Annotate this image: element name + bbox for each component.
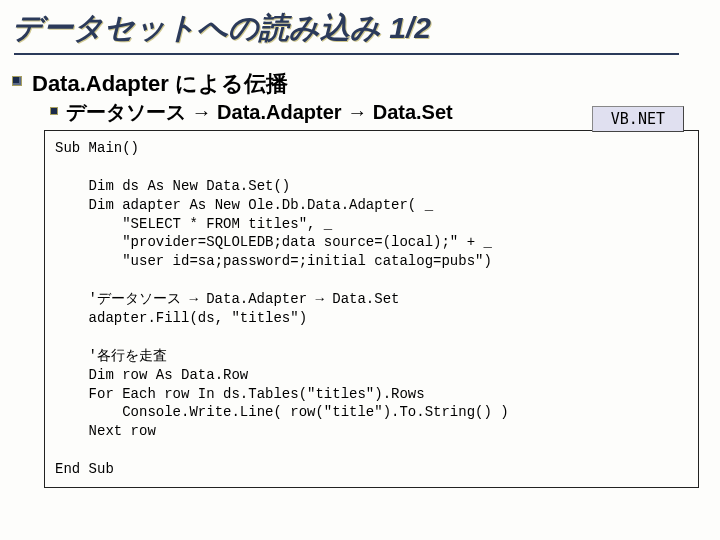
section-heading: Data.Adapter による伝播 — [32, 69, 288, 99]
slide-title: データセットへの読み込み 1/2 — [12, 8, 708, 49]
sub-heading: データソース → Data.Adapter → Data.Set — [66, 99, 453, 126]
bullet-icon — [12, 76, 22, 86]
code-block: Sub Main() Dim ds As New Data.Set() Dim … — [44, 130, 699, 488]
bullet-small-icon — [50, 107, 58, 115]
language-badge: VB.NET — [592, 106, 684, 132]
title-divider — [14, 53, 679, 55]
section-row: Data.Adapter による伝播 — [12, 69, 708, 99]
code-wrapper: VB.NET Sub Main() Dim ds As New Data.Set… — [44, 130, 708, 488]
